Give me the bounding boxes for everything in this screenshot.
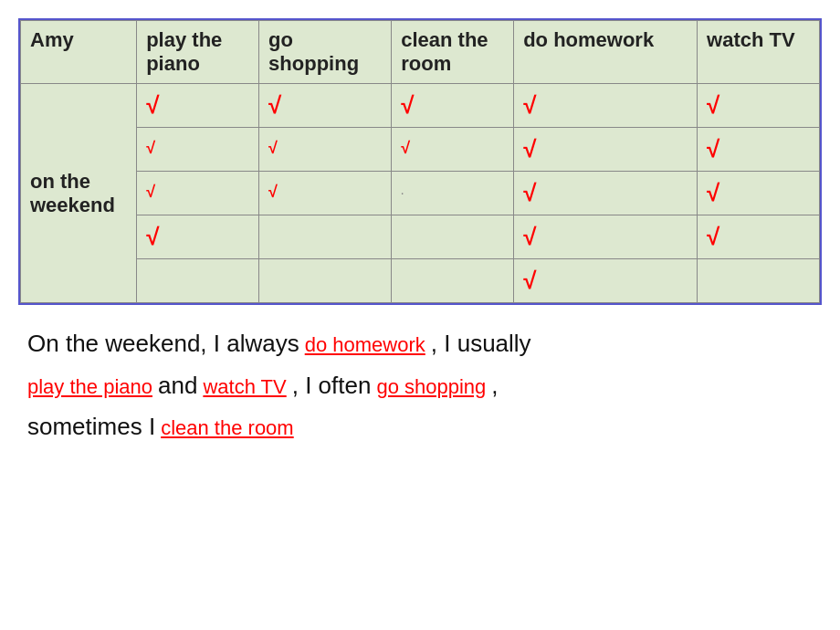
sentence-part4: , I often <box>292 367 372 405</box>
sentence-part5: , <box>491 367 498 405</box>
fill-piano: play the piano <box>27 371 152 403</box>
fill-clean: clean the room <box>161 412 294 444</box>
header-shopping: go shopping <box>259 21 392 84</box>
cell-r3c2: √ <box>259 172 392 215</box>
cell-r5c1 <box>137 259 259 303</box>
sentence-line3: sometimes I clean the room <box>27 408 813 446</box>
fill-shopping: go shopping <box>376 371 486 403</box>
cell-r2c4: √ <box>514 128 698 172</box>
activity-table: Amy play the piano go shopping clean the… <box>20 20 820 303</box>
cell-r3c1: √ <box>137 172 259 215</box>
fill-homework: do homework <box>305 329 425 361</box>
cell-r1c2: √ <box>259 84 392 128</box>
cell-r4c3 <box>392 215 514 259</box>
cell-r2c2: √ <box>259 128 392 172</box>
cell-r2c5: √ <box>698 128 820 172</box>
cell-r1c4: √ <box>514 84 698 128</box>
header-amy: Amy <box>21 21 137 84</box>
header-clean: clean the room <box>392 21 514 84</box>
cell-r4c5: √ <box>698 215 820 259</box>
cell-r1c3: √ <box>392 84 514 128</box>
cell-r1c5: √ <box>698 84 820 128</box>
cell-r4c4: √ <box>514 215 698 259</box>
header-tv: watch TV <box>698 21 820 84</box>
sentence-part1: On the weekend, I always <box>27 325 299 363</box>
header-piano: play the piano <box>137 21 259 84</box>
cell-r2c1: √ <box>137 128 259 172</box>
sentence-line2: play the piano and watch TV , I often go… <box>27 367 813 405</box>
cell-r5c2 <box>259 259 392 303</box>
header-homework: do homework <box>514 21 698 84</box>
sentence-part2: , I usually <box>431 325 531 363</box>
sentence-part3: and <box>158 367 197 405</box>
cell-r3c4: √ <box>514 172 698 215</box>
cell-r2c3: √ <box>392 128 514 172</box>
cell-r4c1: √ <box>137 215 259 259</box>
cell-r5c3 <box>392 259 514 303</box>
cell-r3c5: √ <box>698 172 820 215</box>
table-wrapper: Amy play the piano go shopping clean the… <box>18 18 822 305</box>
cell-r5c4: √ <box>514 259 698 303</box>
row-label: on the weekend <box>21 84 137 303</box>
cell-r1c1: √ <box>137 84 259 128</box>
cell-r4c2 <box>259 215 392 259</box>
sentence-part6: sometimes I <box>27 408 155 446</box>
cell-r5c5 <box>698 259 820 303</box>
sentence-line1: On the weekend, I always do homework , I… <box>27 325 813 363</box>
cell-r3c3: · <box>392 172 514 215</box>
fill-tv: watch TV <box>203 371 286 403</box>
sentence-area: On the weekend, I always do homework , I… <box>18 325 822 446</box>
